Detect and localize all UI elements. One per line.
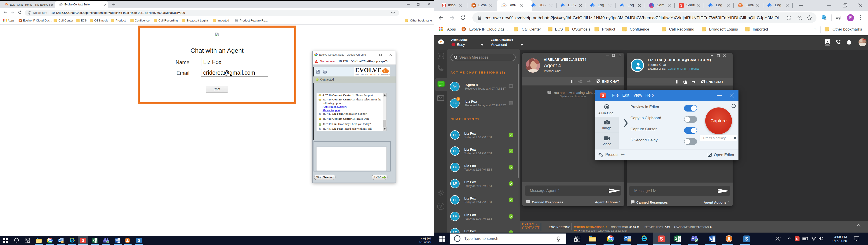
svg-text:IP: IP	[384, 69, 386, 72]
svg-text:IP: IP	[503, 4, 505, 6]
svg-text:EIP: EIP	[5, 4, 7, 5]
svg-text:KB: KB	[740, 5, 741, 6]
svg-text:IP: IP	[440, 40, 442, 43]
